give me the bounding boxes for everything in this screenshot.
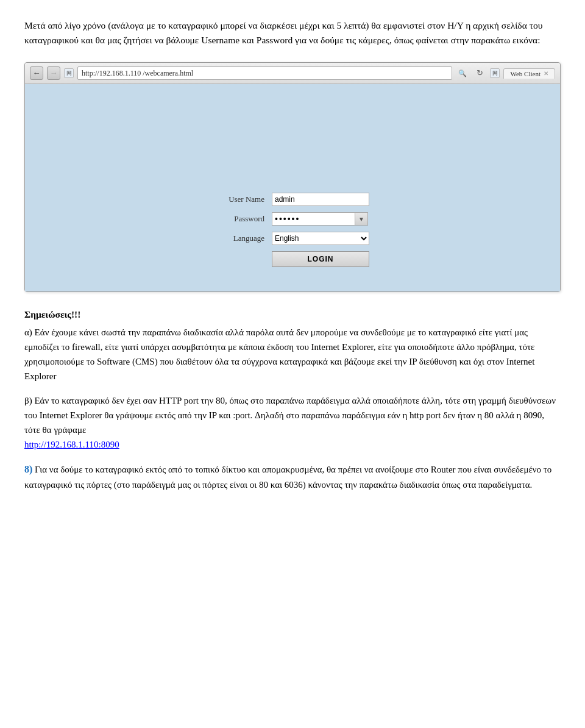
- language-label: Language: [216, 234, 264, 243]
- login-button[interactable]: LOGIN: [272, 251, 369, 267]
- username-label: User Name: [216, 194, 264, 204]
- language-row: Language English: [216, 232, 369, 245]
- username-input[interactable]: [272, 193, 369, 206]
- password-wrapper: ▼: [272, 212, 368, 226]
- browser-back-button[interactable]: ←: [30, 66, 43, 80]
- intro-paragraph: Μετά από λίγο χρόνο (ανάλογα με το καταγ…: [24, 18, 561, 48]
- browser-tab-label: Web Client: [510, 70, 541, 77]
- browser-forward-button[interactable]: →: [47, 66, 60, 80]
- browser-refresh-icon[interactable]: ↻: [473, 66, 486, 80]
- browser-url: http://192.168.1.110 /webcamera.html: [82, 69, 193, 78]
- language-select[interactable]: English: [272, 232, 369, 245]
- browser-tab-favicon: 网: [490, 68, 500, 78]
- browser-address-bar[interactable]: http://192.168.1.110 /webcamera.html: [77, 66, 452, 80]
- password-row: Password ▼: [216, 212, 368, 226]
- browser-content: User Name Password ▼ Language English: [25, 84, 560, 291]
- notes-section: Σημειώσεις!!! α) Εάν έχουμε κάνει σωστά …: [24, 309, 561, 452]
- browser-favicon: 网: [64, 68, 74, 78]
- password-toggle-button[interactable]: ▼: [355, 212, 368, 226]
- section-8-text: Για να δούμε το καταγραφικό εκτός από το…: [24, 465, 551, 490]
- section-8-paragraph: 8) Για να δούμε το καταγραφικό εκτός από…: [24, 462, 561, 492]
- login-form: User Name Password ▼ Language English: [204, 187, 381, 273]
- browser-search-icon[interactable]: 🔍: [456, 66, 469, 80]
- browser-content-inner: User Name Password ▼ Language English: [25, 84, 560, 291]
- section-8-number: 8): [24, 464, 32, 474]
- browser-toolbar: ← → 网 http://192.168.1.110 /webcamera.ht…: [25, 63, 560, 84]
- notes-link[interactable]: http://192.168.1.110:8090: [24, 440, 119, 449]
- username-row: User Name: [216, 193, 369, 206]
- browser-tab[interactable]: Web Client ✕: [503, 68, 555, 79]
- password-label: Password: [216, 214, 264, 224]
- notes-paragraph-a: α) Εάν έχουμε κάνει σωστά την παραπάνω δ…: [24, 325, 561, 384]
- notes-title: Σημειώσεις!!!: [24, 309, 561, 320]
- notes-paragraph-b: β) Εάν το καταγραφικό δεν έχει σαν HTTP …: [24, 393, 561, 452]
- browser-mockup: ← → 网 http://192.168.1.110 /webcamera.ht…: [24, 62, 561, 292]
- browser-tab-close[interactable]: ✕: [544, 70, 548, 77]
- password-input[interactable]: [272, 212, 355, 226]
